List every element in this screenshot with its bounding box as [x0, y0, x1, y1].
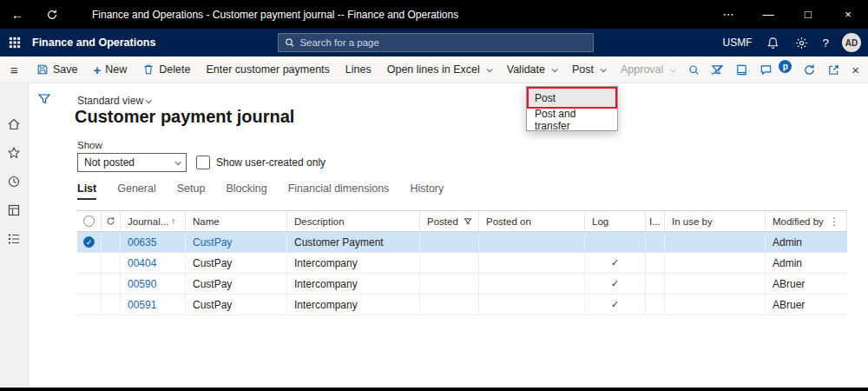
workspaces-icon[interactable] [7, 202, 22, 217]
search-input[interactable] [299, 37, 587, 48]
action-bar: ≡ Save + New Delete Enter customer payme… [0, 56, 868, 83]
filter-applied-icon [464, 217, 472, 226]
new-button[interactable]: + New [86, 56, 135, 83]
posted-cell [420, 274, 479, 294]
show-label: Show [77, 140, 102, 150]
posted-on-cell [479, 295, 585, 315]
maximize-icon[interactable]: □ [788, 0, 828, 29]
avatar[interactable]: AD [842, 33, 861, 52]
view-selector[interactable]: Standard view [77, 95, 150, 107]
open-in-new-window-icon[interactable] [827, 63, 840, 76]
help-icon[interactable]: ? [822, 36, 829, 50]
open-lines-in-excel-button[interactable]: Open lines in Excel [379, 56, 499, 83]
modified-by-cell: Admin [766, 253, 847, 273]
journal-link[interactable]: 00591 [121, 295, 186, 315]
favorites-star-icon[interactable] [7, 145, 22, 160]
select-all-cell[interactable] [77, 211, 102, 231]
page-content: Standard view Customer payment journal S… [30, 83, 868, 388]
refresh-icon[interactable] [35, 0, 69, 29]
save-button[interactable]: Save [29, 56, 86, 83]
app-name[interactable]: Finance and Operations [32, 36, 155, 49]
row-selected-icon[interactable]: ✓ [83, 236, 95, 248]
gear-icon[interactable] [793, 35, 809, 50]
in-use-by-cell [665, 232, 766, 252]
tab-list[interactable]: List [77, 182, 96, 200]
column-header-in-use-by[interactable]: In use by [665, 211, 766, 231]
journal-link[interactable]: 00635 [121, 232, 186, 252]
page-search-box[interactable] [278, 33, 594, 52]
close-page-icon[interactable]: × [852, 63, 859, 77]
bell-icon[interactable] [765, 35, 780, 50]
in-use-by-cell [665, 274, 766, 294]
sync-icon [106, 216, 115, 226]
enter-customer-payments-button[interactable]: Enter customer payments [198, 56, 337, 83]
back-icon[interactable]: ← [0, 0, 35, 29]
task-guide-icon[interactable] [735, 63, 748, 76]
journal-link[interactable]: 00404 [121, 253, 186, 273]
in-use-by-cell [665, 295, 766, 315]
page-badge: p [779, 60, 792, 73]
name-cell: CustPay [186, 274, 287, 294]
chevron-down-icon [486, 66, 492, 72]
recent-clock-icon[interactable] [7, 174, 22, 189]
show-user-created-toggle[interactable]: Show user-created only [196, 156, 326, 169]
tab-financial-dimensions[interactable]: Financial dimensions [288, 182, 390, 200]
table-row[interactable]: 00404 CustPay Intercompany ✓ Admin [77, 253, 847, 274]
name-cell: CustPay [186, 253, 287, 273]
table-row[interactable]: ✓ 00635 CustPay Customer Payment Admin [77, 232, 847, 253]
tab-blocking[interactable]: Blocking [226, 182, 266, 200]
table-row[interactable]: 00590 CustPay Intercompany ✓ ABruer [77, 274, 847, 295]
column-header-posted-on[interactable]: Posted on [479, 211, 585, 231]
post-button[interactable]: Post [564, 56, 613, 83]
search-icon [285, 37, 294, 48]
waffle-icon[interactable] [0, 29, 29, 56]
lines-button[interactable]: Lines [338, 56, 379, 83]
journal-link[interactable]: 00590 [121, 274, 186, 294]
post-menu-item-post[interactable]: Post [527, 87, 617, 109]
select-all-circle-icon[interactable] [83, 215, 95, 227]
personalize-icon[interactable] [711, 63, 724, 76]
filter-pane-icon[interactable] [37, 92, 55, 109]
close-window-icon[interactable]: × [828, 0, 868, 29]
chevron-down-icon [601, 66, 607, 72]
description-cell: Intercompany [287, 295, 420, 315]
tab-history[interactable]: History [410, 182, 444, 200]
chevron-down-icon [670, 66, 676, 72]
grid-more-icon[interactable]: ⋮ [829, 215, 839, 228]
home-icon[interactable] [7, 116, 22, 131]
show-user-created-checkbox[interactable] [196, 156, 210, 169]
posted-on-cell [479, 274, 585, 294]
name-cell[interactable]: CustPay [186, 232, 287, 252]
column-header-modified-by[interactable]: Modified by⋮ [766, 211, 847, 231]
detail-tabs: List General Setup Blocking Financial di… [77, 182, 444, 200]
in-use-cell [646, 295, 665, 315]
show-user-created-label: Show user-created only [216, 156, 326, 169]
post-menu-item-post-and-transfer[interactable]: Post and transfer [527, 109, 617, 130]
left-rail [0, 83, 29, 388]
column-header-name[interactable]: Name [186, 211, 287, 231]
feedback-icon[interactable] [760, 63, 773, 76]
description-cell: Intercompany [287, 253, 420, 273]
delete-button[interactable]: Delete [135, 56, 198, 83]
column-header-in-use[interactable]: I... [646, 211, 665, 231]
refresh-page-icon[interactable] [803, 63, 816, 76]
table-row[interactable]: 00591 CustPay Intercompany ✓ ABruer [77, 295, 847, 315]
column-header-journal[interactable]: Journal...↑ [121, 211, 186, 231]
approval-button[interactable]: Approval [613, 56, 682, 83]
app-navbar: Finance and Operations USMF ? AD [0, 29, 868, 56]
search-actions-icon[interactable] [682, 56, 705, 83]
company-selector[interactable]: USMF [722, 36, 752, 49]
hamburger-icon[interactable]: ≡ [0, 56, 29, 83]
column-header-log[interactable]: Log [585, 211, 646, 231]
browser-more-icon[interactable]: ⋯ [708, 0, 748, 29]
validate-button[interactable]: Validate [499, 56, 564, 83]
post-dropdown-menu: Post Post and transfer [526, 86, 618, 131]
tab-setup[interactable]: Setup [177, 182, 206, 200]
tab-general[interactable]: General [117, 182, 155, 200]
column-header-posted[interactable]: Posted [420, 211, 479, 231]
column-header-description[interactable]: Description [287, 211, 420, 231]
modules-list-icon[interactable] [7, 231, 22, 246]
minimize-icon[interactable]: — [748, 0, 788, 29]
grid-header-row: Journal...↑ Name Description Posted Post… [77, 210, 847, 232]
posted-filter-select[interactable]: Not posted [77, 153, 187, 172]
